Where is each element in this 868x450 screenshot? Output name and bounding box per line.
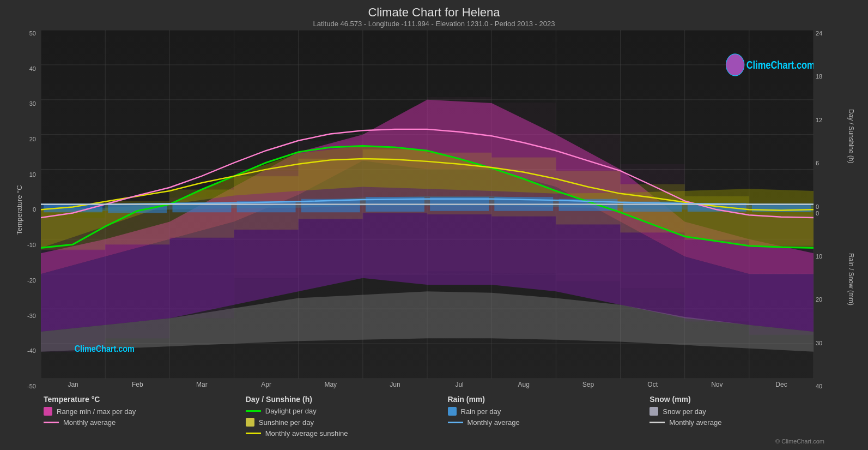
y-right-bottom-label: Rain / Snow (mm) (847, 253, 855, 305)
y-axis-right: Day / Sunshine (h) Rain / Snow (mm) 24 1… (814, 30, 857, 389)
legend-rain-avg: Monthly average (448, 418, 650, 427)
legend-daylight: Daylight per day (246, 407, 448, 415)
svg-text:ClimeChart.com: ClimeChart.com (75, 344, 135, 353)
legend-col-sunshine: Day / Sunshine (h) Daylight per day Suns… (246, 395, 448, 440)
legend-sunshine-per-day: Sunshine per day (246, 418, 448, 427)
legend-temperature-header: Temperature °C (44, 395, 246, 404)
chart-main: ClimeChart.com ClimeChart.com Jan Feb Ma… (41, 30, 814, 389)
legend-col-snow: Snow (mm) Snow per day Monthly average (650, 395, 852, 440)
watermark-bottom: © ClimeChart.com (11, 438, 857, 445)
legend-rain-header: Rain (mm) (448, 395, 650, 404)
legend-sunshine-avg-label: Monthly average sunshine (265, 429, 348, 437)
legend-sunshine-box-icon (246, 418, 254, 427)
x-tick-aug: Aug (491, 381, 556, 388)
x-tick-oct: Oct (621, 381, 685, 388)
legend-rain-avg-icon (448, 422, 463, 423)
x-tick-nov: Nov (685, 381, 749, 388)
legend-snow-per-day: Snow per day (650, 407, 852, 416)
legend-rain-avg-label: Monthly average (468, 418, 520, 427)
legend-temp-range-label: Range min / max per day (57, 407, 136, 416)
legend-sunshine-avg: Monthly average sunshine (246, 429, 448, 437)
x-tick-dec: Dec (749, 381, 814, 388)
legend-temp-avg-label: Monthly average (63, 418, 116, 427)
legend-rain-per-day: Rain per day (448, 407, 650, 416)
svg-point-69 (726, 54, 744, 75)
legend-col-temperature: Temperature °C Range min / max per day M… (44, 395, 246, 440)
legend-area: Temperature °C Range min / max per day M… (11, 389, 857, 442)
legend-snow-avg: Monthly average (650, 418, 852, 427)
legend-temp-range-icon (44, 407, 52, 416)
svg-rect-55 (749, 206, 814, 246)
chart-header: Climate Chart for Helena Latitude 46.573… (11, 5, 857, 28)
chart-svg: ClimeChart.com ClimeChart.com (41, 30, 814, 379)
watermark-bottom-text: © ClimeChart.com (775, 438, 824, 445)
legend-daylight-label: Daylight per day (265, 407, 317, 415)
x-tick-sep: Sep (556, 381, 620, 388)
x-tick-mar: Mar (169, 381, 234, 388)
chart-title: Climate Chart for Helena (11, 5, 857, 20)
x-tick-may: May (299, 381, 363, 388)
legend-temp-range: Range min / max per day (44, 407, 246, 416)
legend-sunshine-per-day-label: Sunshine per day (259, 418, 314, 427)
x-tick-jan: Jan (41, 381, 105, 388)
legend-rain-box-icon (448, 407, 457, 416)
x-tick-feb: Feb (105, 381, 169, 388)
y-axis-left: Temperature °C 50 40 30 20 10 0 -10 -20 … (11, 30, 41, 389)
x-axis: Jan Feb Mar Apr May Jun Jul Aug Sep Oct … (41, 379, 814, 389)
legend-snow-box-icon (650, 407, 658, 416)
svg-text:ClimeChart.com: ClimeChart.com (746, 59, 814, 71)
x-tick-apr: Apr (234, 381, 299, 388)
legend-rain-per-day-label: Rain per day (461, 407, 501, 416)
svg-rect-46 (169, 189, 234, 237)
legend-daylight-icon (246, 410, 261, 412)
legend-snow-avg-icon (650, 422, 665, 423)
chart-subtitle: Latitude 46.573 - Longitude -111.994 - E… (11, 20, 857, 28)
y-right-top-label: Day / Sunshine (h) (847, 109, 855, 163)
x-tick-jul: Jul (427, 381, 491, 388)
x-tick-jun: Jun (363, 381, 427, 388)
legend-snow-avg-label: Monthly average (669, 418, 721, 427)
svg-rect-54 (685, 196, 749, 240)
legend-temp-avg-icon (44, 422, 59, 423)
legend-temp-avg: Monthly average (44, 418, 246, 427)
y-left-label: Temperature °C (15, 185, 23, 235)
legend-sunshine-avg-icon (246, 433, 261, 434)
svg-rect-52 (556, 171, 620, 224)
legend-snow-header: Snow (mm) (650, 395, 852, 404)
legend-col-rain: Rain (mm) Rain per day Monthly average (448, 395, 650, 440)
legend-sunshine-header: Day / Sunshine (h) (246, 395, 448, 404)
legend-snow-per-day-label: Snow per day (663, 407, 706, 416)
